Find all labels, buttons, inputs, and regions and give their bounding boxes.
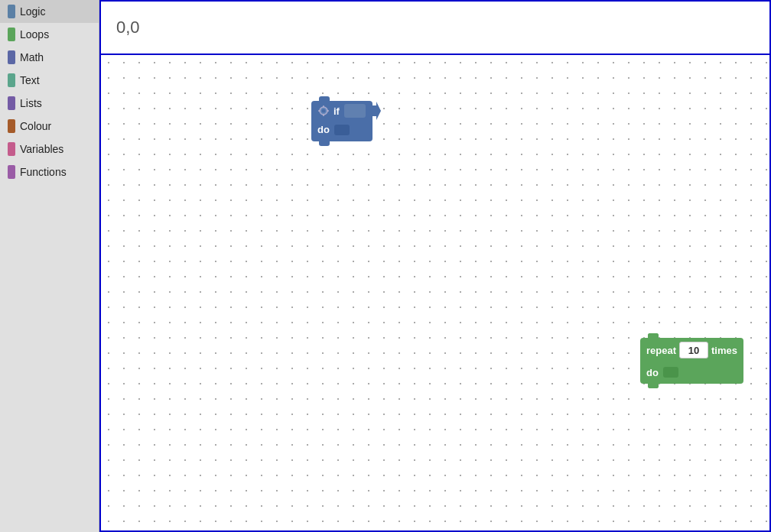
if-do-slot[interactable] — [334, 125, 350, 135]
functions-color-swatch — [8, 165, 15, 179]
sidebar-item-loops[interactable]: Loops — [0, 23, 99, 46]
sidebar-item-math[interactable]: Math — [0, 46, 99, 69]
logic-color-swatch — [8, 5, 15, 18]
workspace-header: 0,0 — [99, 0, 771, 54]
repeat-times-label: times — [711, 345, 737, 356]
repeat-do-slot[interactable] — [663, 367, 678, 378]
workspace-canvas[interactable]: if do — [99, 54, 771, 532]
coordinates-display: 0,0 — [116, 18, 140, 37]
if-do-label: do — [317, 124, 330, 135]
sidebar-item-text[interactable]: Text — [0, 69, 99, 92]
sidebar: Logic Loops Math Text Lists Colour Varia… — [0, 0, 99, 532]
repeat-value: 10 — [688, 345, 699, 356]
colour-color-swatch — [8, 119, 15, 133]
svg-rect-5 — [327, 110, 329, 112]
sidebar-label-colour: Colour — [20, 120, 51, 132]
repeat-bottom-notch — [648, 383, 659, 388]
svg-rect-4 — [318, 110, 320, 112]
sidebar-label-logic: Logic — [20, 5, 45, 18]
sidebar-item-lists[interactable]: Lists — [0, 92, 99, 115]
if-right-notch — [372, 102, 381, 120]
sidebar-label-variables: Variables — [20, 143, 63, 155]
repeat-do-row: do — [640, 362, 743, 384]
loops-color-swatch — [8, 28, 15, 41]
repeat-label: repeat — [646, 345, 676, 356]
repeat-value-input[interactable]: 10 — [679, 342, 708, 358]
lists-color-swatch — [8, 96, 15, 110]
repeat-do-label: do — [646, 367, 659, 378]
if-label: if — [333, 105, 340, 117]
repeat-block[interactable]: repeat 10 times do — [640, 338, 743, 384]
text-color-swatch — [8, 73, 15, 87]
sidebar-label-text: Text — [20, 74, 40, 86]
svg-rect-3 — [323, 114, 324, 116]
sidebar-label-math: Math — [20, 51, 44, 63]
if-do-row: do — [311, 121, 372, 141]
right-panel: 0,0 if — [99, 0, 771, 532]
repeat-top-notch — [648, 333, 659, 339]
sidebar-label-lists: Lists — [20, 97, 42, 109]
if-bottom-notch — [319, 141, 330, 146]
sidebar-item-logic[interactable]: Logic — [0, 0, 99, 23]
sidebar-item-colour[interactable]: Colour — [0, 115, 99, 138]
svg-rect-2 — [323, 105, 324, 108]
sidebar-label-functions: Functions — [20, 166, 67, 178]
if-block[interactable]: if do — [311, 101, 372, 141]
svg-point-1 — [322, 109, 326, 113]
sidebar-item-variables[interactable]: Variables — [0, 138, 99, 161]
repeat-block-top[interactable]: repeat 10 times — [640, 338, 743, 362]
math-color-swatch — [8, 50, 15, 64]
gear-icon — [317, 105, 330, 117]
if-condition-slot[interactable] — [344, 104, 366, 118]
if-block-top[interactable]: if — [311, 101, 372, 121]
sidebar-label-loops: Loops — [20, 28, 49, 41]
sidebar-item-functions[interactable]: Functions — [0, 161, 99, 183]
variables-color-swatch — [8, 142, 15, 156]
